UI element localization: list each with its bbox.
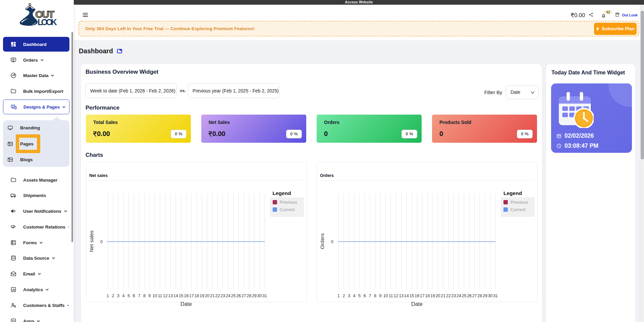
svg-text:12: 12 xyxy=(394,294,398,298)
svg-text:4: 4 xyxy=(353,294,356,298)
svg-text:18: 18 xyxy=(425,294,430,298)
svg-text:2: 2 xyxy=(342,294,345,298)
svg-text:10: 10 xyxy=(152,294,157,298)
svg-text:28: 28 xyxy=(477,294,482,298)
svg-text:11: 11 xyxy=(158,294,162,298)
svg-text:29: 29 xyxy=(252,294,256,298)
svg-text:30: 30 xyxy=(257,294,262,298)
svg-text:26: 26 xyxy=(467,294,472,298)
svg-text:29: 29 xyxy=(483,294,487,298)
svg-text:21: 21 xyxy=(210,294,215,298)
svg-text:31: 31 xyxy=(262,294,267,298)
svg-text:25: 25 xyxy=(462,294,467,298)
svg-text:Date: Date xyxy=(180,301,192,307)
svg-text:13: 13 xyxy=(399,294,404,298)
svg-text:7: 7 xyxy=(138,294,140,298)
svg-text:21: 21 xyxy=(441,294,445,298)
svg-text:Date: Date xyxy=(411,301,423,307)
svg-text:23: 23 xyxy=(220,294,225,298)
svg-text:8: 8 xyxy=(143,294,146,298)
svg-text:4: 4 xyxy=(122,294,124,298)
svg-text:Orders: Orders xyxy=(319,233,325,249)
svg-text:31: 31 xyxy=(493,294,498,298)
svg-text:20: 20 xyxy=(205,294,209,298)
svg-text:14: 14 xyxy=(404,294,409,298)
svg-text:9: 9 xyxy=(148,294,151,298)
svg-text:12: 12 xyxy=(163,294,167,298)
svg-text:13: 13 xyxy=(168,294,173,298)
svg-text:16: 16 xyxy=(415,294,419,298)
svg-text:Net sales: Net sales xyxy=(89,230,94,252)
svg-text:14: 14 xyxy=(173,294,178,298)
svg-text:19: 19 xyxy=(200,294,204,298)
svg-text:6: 6 xyxy=(132,294,135,298)
svg-text:27: 27 xyxy=(472,294,477,298)
svg-text:27: 27 xyxy=(241,294,246,298)
svg-text:2: 2 xyxy=(112,294,114,298)
svg-text:23: 23 xyxy=(451,294,456,298)
svg-text:11: 11 xyxy=(389,294,393,298)
svg-text:1: 1 xyxy=(106,294,109,298)
svg-text:8: 8 xyxy=(374,294,376,298)
svg-text:7: 7 xyxy=(369,294,371,298)
svg-text:18: 18 xyxy=(194,294,199,298)
svg-text:6: 6 xyxy=(364,294,366,298)
svg-text:25: 25 xyxy=(231,294,235,298)
svg-text:20: 20 xyxy=(436,294,440,298)
svg-text:17: 17 xyxy=(420,294,425,298)
svg-text:24: 24 xyxy=(457,294,461,298)
svg-text:10: 10 xyxy=(383,294,388,298)
svg-text:15: 15 xyxy=(410,294,414,298)
svg-text:26: 26 xyxy=(236,294,241,298)
svg-text:9: 9 xyxy=(379,294,382,298)
svg-text:3: 3 xyxy=(117,294,119,298)
svg-text:22: 22 xyxy=(446,294,451,298)
svg-text:5: 5 xyxy=(358,294,361,298)
svg-text:22: 22 xyxy=(215,294,220,298)
svg-text:5: 5 xyxy=(127,294,130,298)
svg-text:16: 16 xyxy=(184,294,189,298)
svg-text:LOOK: LOOK xyxy=(38,17,57,27)
svg-text:17: 17 xyxy=(189,294,194,298)
svg-text:30: 30 xyxy=(488,294,493,298)
svg-text:1: 1 xyxy=(337,294,340,298)
svg-text:15: 15 xyxy=(178,294,183,298)
svg-text:Net sales: Net sales xyxy=(89,173,108,178)
svg-text:0: 0 xyxy=(100,240,103,244)
svg-text:0: 0 xyxy=(331,240,333,244)
svg-text:19: 19 xyxy=(430,294,435,298)
svg-text:3: 3 xyxy=(348,294,350,298)
svg-text:24: 24 xyxy=(225,294,230,298)
svg-text:Orders: Orders xyxy=(320,173,334,178)
svg-text:28: 28 xyxy=(247,294,251,298)
